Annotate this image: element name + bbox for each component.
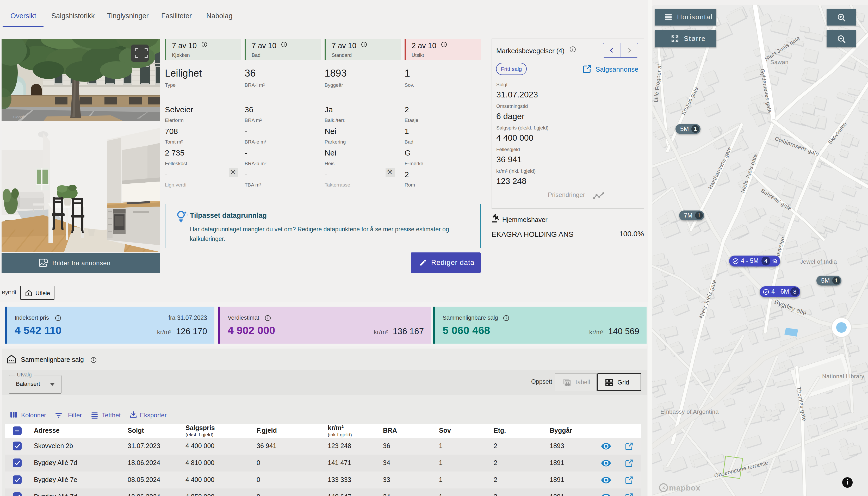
svg-text:Google: Google [13, 114, 26, 119]
svg-text:mapbox: mapbox [669, 483, 700, 492]
svg-text:Jewel of India: Jewel of India [800, 259, 837, 265]
svg-text:Sawan: Sawan [770, 59, 789, 65]
svg-text:National Library: National Library [822, 373, 864, 379]
svg-text:Embassy of Argentina: Embassy of Argentina [661, 408, 719, 415]
